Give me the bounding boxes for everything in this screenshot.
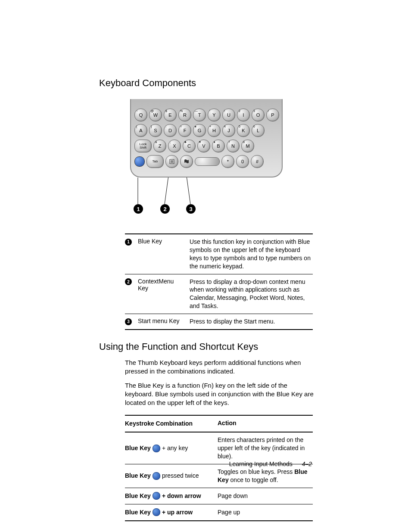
svg-line-6 (185, 177, 190, 204)
key-row-1: ~Q @W $E %R —T 'Y !U 2I 3O /P (134, 109, 279, 121)
action-text: Enters characters printed on the upper l… (218, 436, 313, 460)
action-text: Page up (218, 508, 313, 516)
footer-section: Learning Input Methods (229, 460, 293, 467)
key-z: &Z (153, 140, 166, 152)
component-name: Start menu Key (138, 317, 185, 326)
key-j: 4J (222, 124, 235, 137)
blue-key-icon (153, 445, 160, 452)
key-lock-shift: Lock Shift (134, 140, 152, 152)
table-row: Blue Key + any key Enters characters pri… (125, 432, 313, 464)
component-desc: Use this function key in conjunction wit… (190, 238, 313, 271)
blue-key-label: Blue Key (125, 471, 151, 480)
components-table: 1 Blue Key Use this function key in conj… (125, 233, 313, 330)
key-p: /P (266, 109, 279, 121)
key-k: 5K (237, 124, 250, 137)
key-n: 7N (227, 140, 240, 152)
table-row: Blue Key + up arrow Page up (125, 504, 313, 520)
table-row: Blue Key + down arrow Page down (125, 488, 313, 504)
shortcut-table-header: Keystroke Combination Action (125, 416, 313, 432)
blue-key-label: Blue Key (125, 444, 151, 453)
key-h: +H (208, 124, 221, 137)
blue-key-device (134, 156, 145, 167)
key-tab: Tab (146, 155, 164, 168)
spacebar (195, 157, 220, 166)
callout-2: 2 (160, 204, 170, 214)
blue-key-label: Blue Key (125, 492, 151, 501)
keystroke-combination: Blue Key pressed twice (125, 471, 218, 480)
table-row: 1 Blue Key Use this function key in conj… (125, 234, 313, 274)
keystroke-combination: Blue Key + any key (125, 444, 218, 453)
blue-key-icon (153, 492, 160, 500)
paragraph-2: The Blue Key is a function (Fn) key on t… (125, 381, 314, 408)
row-number: 1 (125, 238, 134, 271)
key-hash: # (251, 155, 264, 168)
action-text: Page down (218, 492, 313, 500)
key-i: 2I (237, 109, 250, 121)
key-row-3: Lock Shift &Z ;X ♣C ♥V ♦B 7N 8M (134, 140, 254, 152)
row-number: 2 (125, 278, 134, 311)
key-d: :D (164, 124, 177, 137)
shortcut-table: Keystroke Combination Action Blue Key + … (125, 415, 313, 521)
header-action: Action (218, 419, 313, 428)
component-name: Blue Key (138, 238, 185, 271)
key-a: (A (134, 124, 147, 137)
header-combination: Keystroke Combination (125, 419, 218, 428)
start-key-icon (180, 155, 193, 168)
table-row: 2 ContextMenu Key Press to display a dro… (125, 274, 313, 314)
combo-suffix: + down arrow (162, 492, 201, 501)
combo-suffix: + any key (162, 444, 188, 453)
key-q: ~Q (134, 109, 147, 121)
key-x: ;X (168, 140, 181, 152)
page-footer: Learning Input Methods 4–2 (229, 460, 312, 467)
key-row-4: Tab * 0 # (134, 155, 264, 168)
key-l: 6L (252, 124, 265, 137)
blue-key-icon (153, 508, 160, 516)
key-b: ♦B (212, 140, 225, 152)
combo-suffix: pressed twice (162, 471, 199, 480)
svg-line-5 (165, 177, 170, 204)
callout-3: 3 (186, 204, 196, 214)
row-number: 3 (125, 317, 134, 326)
key-e: $E (164, 109, 177, 121)
key-r: %R (178, 109, 191, 121)
key-row-2: (A )S :D =F ♠G +H 4J 5K 6L (134, 124, 265, 137)
action-text: Toggles on blue keys. Press Blue Key onc… (218, 468, 313, 484)
combo-suffix: + up arrow (162, 508, 193, 517)
heading-function-shortcut: Using the Function and Shortcut Keys (99, 341, 312, 352)
table-row: Blue Key pressed twice Toggles on blue k… (125, 464, 313, 488)
key-w: @W (149, 109, 162, 121)
keystroke-combination: Blue Key + down arrow (125, 492, 218, 501)
keystroke-combination: Blue Key + up arrow (125, 508, 218, 517)
table-row: 3 Start menu Key Press to display the St… (125, 314, 313, 329)
key-y: 'Y (208, 109, 221, 121)
callout-area: 1 2 3 (130, 177, 281, 221)
key-star: * (221, 155, 234, 168)
footer-page-number: 4–2 (302, 460, 312, 467)
component-name: ContextMenu Key (138, 278, 185, 311)
key-zero: 0 (236, 155, 249, 168)
callout-1: 1 (134, 204, 143, 214)
key-s: )S (149, 124, 162, 137)
device-keyboard: ~Q @W $E %R —T 'Y !U 2I 3O /P (A )S :D =… (130, 99, 283, 177)
blue-key-icon (153, 472, 160, 480)
context-menu-key-icon (165, 155, 178, 168)
component-desc: Press to display a drop-down context men… (190, 278, 313, 311)
key-o: 3O (252, 109, 265, 121)
heading-keyboard-components: Keyboard Components (99, 78, 312, 89)
key-g: ♠G (193, 124, 206, 137)
key-v: ♥V (197, 140, 210, 152)
device-figure: ~Q @W $E %R —T 'Y !U 2I 3O /P (A )S :D =… (130, 99, 281, 221)
blue-key-label: Blue Key (125, 508, 151, 517)
key-c: ♣C (183, 140, 196, 152)
key-t: —T (193, 109, 206, 121)
paragraph-1: The Thumb Keyboard keys perform addition… (125, 358, 314, 376)
key-u: !U (222, 109, 235, 121)
key-f: =F (178, 124, 191, 137)
callout-leads (130, 177, 281, 212)
component-desc: Press to display the Start menu. (190, 317, 313, 326)
key-m: 8M (241, 140, 254, 152)
